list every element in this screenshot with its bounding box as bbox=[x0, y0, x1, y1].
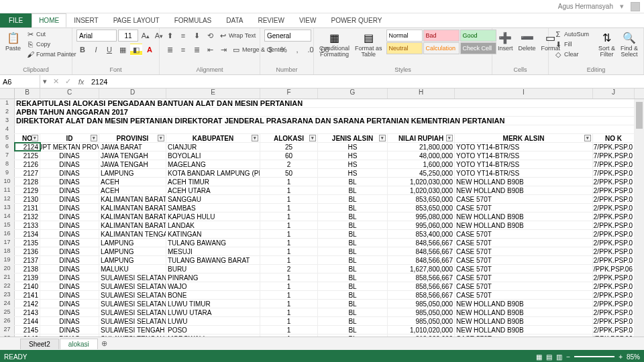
tab-powerquery[interactable]: POWER QUERY bbox=[323, 13, 389, 27]
col-header[interactable]: F bbox=[260, 88, 318, 99]
cell-merk[interactable]: CASE 570T bbox=[455, 335, 593, 337]
table-row[interactable]: 202138DINASMALUKUBURU2BL1,627,800,000CAS… bbox=[0, 265, 644, 274]
table-row[interactable]: 92127DINASLAMPUNGKOTA BANDAR LAMPUNG (PR… bbox=[0, 169, 644, 178]
cell-merk[interactable]: YOTO YT14-BTR/SS bbox=[455, 152, 593, 160]
cell-kabupaten[interactable]: TULANG BAWANG BARAT bbox=[166, 256, 260, 264]
cell-styles-gallery[interactable]: Normal Bad Good Neutral Calculation Chec… bbox=[386, 29, 496, 54]
hdr-provinsi[interactable]: PROVINSI▾ bbox=[99, 134, 166, 142]
align-right-button[interactable]: ≣ bbox=[191, 44, 203, 56]
hdr-nilai[interactable]: NILAI RUPIAH▾ bbox=[388, 134, 455, 142]
cell-provinsi[interactable]: SULAWESI TENGAH bbox=[99, 326, 166, 334]
style-normal[interactable]: Normal bbox=[386, 29, 423, 42]
worksheet-grid[interactable]: B C D E F G H I J 1REKAPITULASI ALOKASI … bbox=[0, 88, 644, 337]
cell-jenis[interactable]: BL bbox=[318, 274, 388, 282]
cell-provinsi[interactable]: LAMPUNG bbox=[99, 256, 166, 264]
cell-nok[interactable]: 30.7/PPK.PSP.06 bbox=[593, 265, 635, 273]
cell-jenis[interactable]: BL bbox=[318, 204, 388, 212]
cell-nok[interactable]: 27.12/PPK.PSP.0 bbox=[593, 300, 635, 308]
cell-alokasi[interactable]: 1 bbox=[260, 186, 318, 194]
cell-no[interactable]: 2145 bbox=[15, 326, 40, 334]
cell-nok[interactable]: 30.27/PPK.PSP.0 bbox=[593, 143, 635, 151]
cell-merk[interactable]: CASE 570T bbox=[455, 265, 593, 273]
row-header[interactable]: 12 bbox=[0, 195, 15, 203]
table-row[interactable]: 232141DINASSULAWESI SELATANBONE1BL858,56… bbox=[0, 291, 644, 300]
row-header[interactable]: 8 bbox=[0, 160, 15, 168]
fill-color-button[interactable]: ◧ bbox=[130, 44, 142, 56]
font-size-select[interactable]: 11 bbox=[118, 29, 138, 42]
cell-merk[interactable]: YOTO YT14-BTR/SS bbox=[455, 169, 593, 177]
cell-nok[interactable]: 27.12/PPK.PSP.0 bbox=[593, 317, 635, 325]
cell-nilai[interactable]: 848,566,667 bbox=[388, 247, 455, 255]
font-name-select[interactable]: Arial bbox=[76, 29, 117, 42]
cell-jenis[interactable]: HS bbox=[318, 152, 388, 160]
cell-nilai[interactable]: 45,250,000 bbox=[388, 169, 455, 177]
tab-review[interactable]: REVIEW bbox=[250, 13, 291, 27]
row-header[interactable]: 23 bbox=[0, 291, 15, 299]
cell-provinsi[interactable]: JAWA TENGAH bbox=[99, 160, 166, 168]
cell-alokasi[interactable]: 50 bbox=[260, 169, 318, 177]
cell-kabupaten[interactable]: WAJO bbox=[166, 282, 260, 290]
col-header[interactable]: C bbox=[40, 88, 99, 99]
table-row[interactable]: 82126DINASJAWA TENGAHMAGELANG2HS1,600,00… bbox=[0, 160, 644, 169]
table-row[interactable]: 272145DINASSULAWESI TENGAHPOSO1BL1,010,0… bbox=[0, 326, 644, 335]
row-header[interactable]: 17 bbox=[0, 239, 15, 247]
col-header[interactable]: D bbox=[99, 88, 166, 99]
cell-merk[interactable]: NEW HOLLAND B90B bbox=[455, 213, 593, 221]
row-header[interactable]: 11 bbox=[0, 186, 15, 194]
cell-kabupaten[interactable]: BOYOLALI bbox=[166, 152, 260, 160]
cell-alokasi[interactable]: 1 bbox=[260, 239, 318, 247]
cell-kabupaten[interactable]: SAMBAS bbox=[166, 204, 260, 212]
cell-nok[interactable]: 30.7/PPK.PSP.06 bbox=[593, 335, 635, 337]
cell-kabupaten[interactable]: MOROWALI bbox=[166, 335, 260, 337]
cell-jenis[interactable]: BL bbox=[318, 239, 388, 247]
cell-alokasi[interactable]: 1 bbox=[260, 247, 318, 255]
align-top-button[interactable]: ⬆ bbox=[164, 29, 176, 42]
cell-nok[interactable]: 30.22/PPK.PSP.0 bbox=[593, 256, 635, 264]
cell-provinsi[interactable]: KALIMANTAN TENGAH bbox=[99, 230, 166, 238]
cell-jenis[interactable]: HS bbox=[318, 160, 388, 168]
italic-button[interactable]: I bbox=[90, 44, 102, 56]
cell-nilai[interactable]: 1,010,020,000 bbox=[388, 326, 455, 334]
table-row[interactable]: 142132DINASKALIMANTAN BARATKAPUAS HULU1B… bbox=[0, 213, 644, 221]
cell-id[interactable]: DINAS bbox=[40, 256, 99, 264]
font-color-button[interactable]: A bbox=[144, 44, 156, 56]
cell-kabupaten[interactable]: POSO bbox=[166, 326, 260, 334]
cell-nilai[interactable]: 853,400,000 bbox=[388, 230, 455, 238]
cell-nilai[interactable]: 848,566,667 bbox=[388, 239, 455, 247]
table-row[interactable]: 112129DINASACEHACEH UTARA1BL1,020,030,00… bbox=[0, 186, 644, 195]
tab-home[interactable]: HOME bbox=[32, 13, 66, 27]
cell-merk[interactable]: NEW HOLLAND B90B bbox=[455, 300, 593, 308]
hdr-jenis[interactable]: JENIS ALSIN▾ bbox=[318, 134, 388, 142]
cell-no[interactable]: 2139 bbox=[15, 274, 40, 282]
style-neutral[interactable]: Neutral bbox=[386, 42, 423, 54]
cell-nok[interactable]: 27.12/PPK.PSP.0 bbox=[593, 308, 635, 316]
filter-icon[interactable]: ▾ bbox=[584, 135, 591, 141]
cell-merk[interactable]: YOTO YT14-BTR/SS bbox=[455, 160, 593, 168]
insert-cells-button[interactable]: ➕Insert bbox=[496, 29, 515, 53]
cell-kabupaten[interactable]: LANDAK bbox=[166, 221, 260, 229]
cell-jenis[interactable]: HS bbox=[318, 169, 388, 177]
filter-icon[interactable]: ▾ bbox=[379, 135, 386, 141]
cell-alokasi[interactable]: 1 bbox=[260, 282, 318, 290]
cell-nilai[interactable]: 858,566,667 bbox=[388, 291, 455, 299]
cell-id[interactable]: DINAS bbox=[40, 317, 99, 325]
cell-nilai[interactable]: 853,650,000 bbox=[388, 195, 455, 203]
cell-no[interactable]: 2124 bbox=[15, 143, 40, 151]
style-calculation[interactable]: Calculation bbox=[423, 42, 460, 54]
style-check-cell[interactable]: Check Cell bbox=[460, 42, 496, 54]
cell-nilai[interactable]: 985,050,000 bbox=[388, 300, 455, 308]
cell-provinsi[interactable]: SULAWESI SELATAN bbox=[99, 317, 166, 325]
style-bad[interactable]: Bad bbox=[423, 29, 460, 42]
cell-kabupaten[interactable]: LUWU bbox=[166, 317, 260, 325]
name-box-dropdown[interactable]: ▾ bbox=[40, 77, 50, 86]
decrease-indent-button[interactable]: ⇤ bbox=[204, 44, 216, 56]
cell-kabupaten[interactable]: ACEH UTARA bbox=[166, 186, 260, 194]
cell-jenis[interactable]: BL bbox=[318, 195, 388, 203]
cell-kabupaten[interactable]: SANGGAU bbox=[166, 195, 260, 203]
col-header[interactable]: E bbox=[166, 88, 260, 99]
cell-no[interactable]: 2131 bbox=[15, 204, 40, 212]
filter-icon[interactable]: ▾ bbox=[252, 135, 258, 141]
cell-jenis[interactable]: BL bbox=[318, 221, 388, 229]
cell-alokasi[interactable]: 1 bbox=[260, 300, 318, 308]
tab-formulas[interactable]: FORMULAS bbox=[167, 13, 219, 27]
